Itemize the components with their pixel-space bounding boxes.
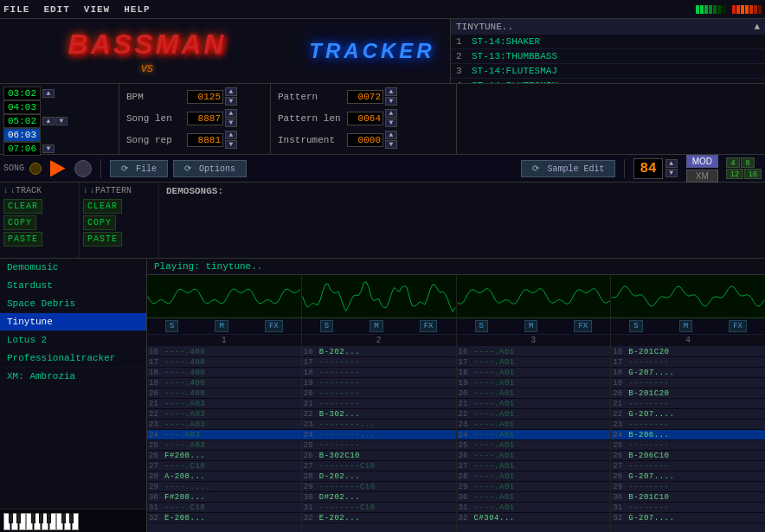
pattern-row[interactable]: 18-------- (302, 368, 456, 378)
pattern-row[interactable]: 26B-206C10 (611, 451, 765, 461)
pattern-row[interactable]: 17----.A01 (457, 357, 611, 368)
pos-up-1[interactable]: ▲ (42, 89, 55, 98)
beat-dn[interactable]: ▼ (665, 169, 678, 177)
file-button[interactable]: ⟳ File (110, 160, 168, 177)
pattern-row[interactable]: 22----.A03 (147, 409, 301, 420)
pattern-row[interactable]: 16----.400 (147, 347, 301, 357)
options-button[interactable]: ⟳ Options (173, 160, 247, 177)
pattern-row[interactable]: 18----.400 (147, 368, 301, 378)
s-button[interactable]: S (165, 320, 178, 332)
instr-dn[interactable]: ▼ (385, 140, 397, 149)
pattern-row[interactable]: 31-------- (611, 503, 765, 513)
beat-sub-4[interactable]: 4 (726, 157, 740, 168)
songrep-dn[interactable]: ▼ (225, 140, 237, 149)
tinytune-item[interactable]: 3ST-14:FLUTESMAJ (451, 64, 765, 79)
pattern-row[interactable]: 31--------C10 (302, 503, 456, 513)
sidebar-item[interactable]: XM: Ambrozia (0, 368, 146, 386)
pattern-row[interactable]: 24---.A03 (147, 430, 301, 440)
pattern-row[interactable]: 24B-206... (611, 430, 765, 440)
pattern-row[interactable]: 29-------- (611, 482, 765, 492)
pattern-row[interactable]: 21-------- (302, 399, 456, 409)
pattern-row[interactable]: 16B-201C20 (611, 347, 765, 357)
pattern-row[interactable]: 24----.A01 (457, 430, 611, 440)
sidebar-item[interactable]: Space Debris (0, 295, 146, 313)
pattern-row[interactable]: 22G-207.... (611, 409, 765, 420)
tinytune-item[interactable]: 1ST-14:SHAKER (451, 35, 765, 49)
xm-button[interactable]: XM (686, 170, 718, 183)
pattern-row[interactable]: 28D-202... (302, 471, 456, 482)
pattern-row[interactable]: 27----.C10 (147, 461, 301, 471)
menu-help[interactable]: HELP (124, 4, 150, 15)
tinytune-item[interactable]: 2ST-13:THUMBBASS (451, 49, 765, 64)
track-copy-button[interactable]: COPY (3, 215, 36, 230)
menu-view[interactable]: VIEW (84, 4, 110, 15)
pattern-row[interactable]: 30D#202... (302, 492, 456, 503)
pattern-input[interactable] (347, 90, 383, 104)
pattern-row[interactable]: 30----.A01 (457, 492, 611, 503)
track-clear-button[interactable]: CLEAR (3, 199, 42, 214)
bpm-dn[interactable]: ▼ (225, 97, 237, 106)
fx-button[interactable]: FX (420, 320, 438, 332)
pattern-row[interactable]: 28A-208... (147, 471, 301, 482)
pattern-row[interactable]: 20----.A01 (457, 388, 611, 399)
patlen-up[interactable]: ▲ (385, 109, 397, 118)
scroll-up-icon[interactable]: ▲ (754, 22, 760, 32)
s-button[interactable]: S (320, 320, 333, 332)
piano-key-black[interactable] (16, 513, 21, 523)
pattern-row[interactable]: 32G-207.... (611, 513, 765, 523)
fx-button[interactable]: FX (574, 320, 592, 332)
pattern-len-input[interactable] (347, 112, 383, 125)
song-len-input[interactable] (187, 112, 223, 125)
pattern-row[interactable]: 28G-207.... (611, 471, 765, 482)
pos-arrow-dn[interactable]: ▼ (55, 117, 68, 125)
pattern-row[interactable]: 23-------- (611, 420, 765, 430)
piano-key-black[interactable] (31, 513, 35, 523)
pattern-row[interactable]: 21----.A01 (457, 399, 611, 409)
pattern-paste-button[interactable]: PASTE (83, 232, 122, 247)
pattern-row[interactable]: 18G-207.... (611, 368, 765, 378)
patlen-dn[interactable]: ▼ (385, 119, 397, 127)
beat-sub-8[interactable]: 8 (741, 157, 755, 168)
pos-arrow-up[interactable]: ▲ (42, 117, 55, 125)
sidebar-item[interactable]: Lotus 2 (0, 331, 146, 349)
pattern-row[interactable]: 29----.A01 (457, 482, 611, 492)
s-button[interactable]: S (475, 320, 488, 332)
piano-key-black[interactable] (61, 513, 66, 523)
pattern-row[interactable]: 29--------C10 (302, 482, 456, 492)
menu-file[interactable]: FILE (3, 4, 29, 15)
pattern-row[interactable]: 20B-201C20 (611, 388, 765, 399)
sample-edit-button[interactable]: ⟳ Sample Edit (521, 160, 615, 177)
pattern-row[interactable]: 24--------... (302, 430, 456, 440)
record-button[interactable] (74, 160, 92, 177)
pattern-row[interactable]: 22B-302... (302, 409, 456, 420)
pattern-row[interactable]: 29----..... (147, 482, 301, 492)
pattern-row[interactable]: 27----.A01 (457, 461, 611, 471)
pattern-row[interactable]: 32E-202... (302, 513, 456, 523)
instr-up[interactable]: ▲ (385, 131, 397, 139)
sidebar-item[interactable]: Demomusic (0, 259, 146, 277)
pattern-row[interactable]: 27-------- (611, 461, 765, 471)
pattern-row[interactable]: 16B-202... (302, 347, 456, 357)
songlen-dn[interactable]: ▼ (225, 119, 237, 127)
pattern-dn[interactable]: ▼ (385, 97, 397, 106)
pattern-row[interactable]: 32E-208... (147, 513, 301, 523)
piano-key-black[interactable] (39, 513, 43, 523)
sidebar-item[interactable]: Professionaltracker (0, 349, 146, 368)
fx-button[interactable]: FX (729, 320, 747, 332)
pattern-row[interactable]: 19----.A01 (457, 378, 611, 388)
pattern-row[interactable]: 18----.A01 (457, 368, 611, 378)
song-toggle[interactable] (29, 163, 42, 175)
pattern-row[interactable]: 20-------- (302, 388, 456, 399)
pattern-row[interactable]: 19-------- (611, 378, 765, 388)
mod-button[interactable]: MOD (686, 155, 718, 168)
pattern-row[interactable]: 17----.400 (147, 357, 301, 368)
pattern-row[interactable]: 20----.400 (147, 388, 301, 399)
pattern-row[interactable]: 19-------- (302, 378, 456, 388)
track-paste-button[interactable]: PASTE (3, 232, 42, 247)
song-rep-input[interactable] (187, 133, 223, 147)
pattern-row[interactable]: 17-------- (302, 357, 456, 368)
pattern-row[interactable]: 30F#208... (147, 492, 301, 503)
piano-key-black[interactable] (47, 513, 51, 523)
s-button[interactable]: S (629, 320, 642, 332)
pattern-row[interactable]: 31----.A01 (457, 503, 611, 513)
